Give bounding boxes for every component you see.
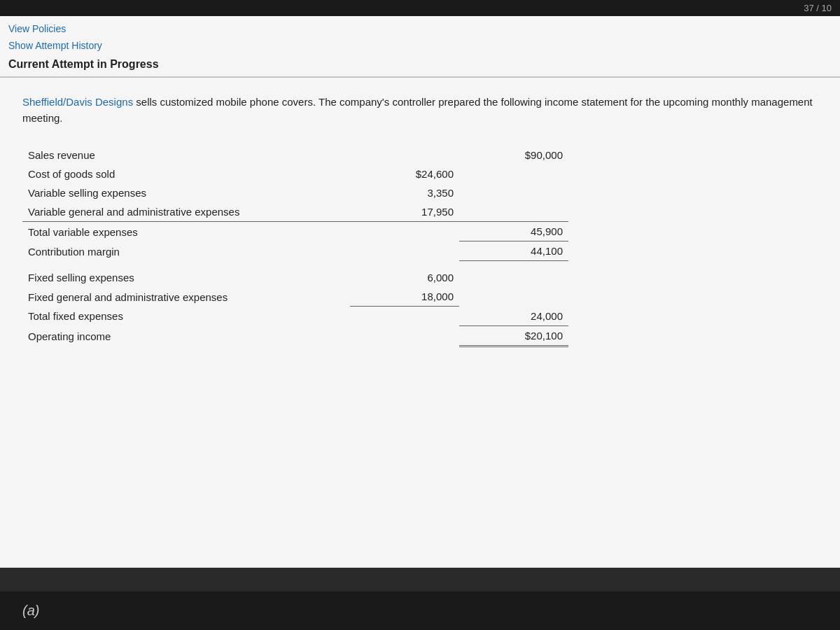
score-display: 37 / 10 (804, 3, 832, 13)
bottom-section: (a) (0, 592, 840, 630)
table-row: Cost of goods sold $24,600 (22, 164, 568, 183)
description-text: sells customized mobile phone covers. Th… (22, 96, 813, 124)
table-row: Sales revenue $90,000 (22, 146, 568, 164)
row-label: Fixed general and administrative expense… (22, 287, 350, 307)
row-col3: $20,100 (459, 326, 568, 346)
row-col2 (350, 307, 459, 326)
row-col3 (459, 202, 568, 222)
row-col3 (459, 287, 568, 307)
row-col3 (459, 183, 568, 202)
table-row: Variable general and administrative expe… (22, 202, 568, 222)
table-row: Fixed selling expenses 6,000 (22, 268, 568, 287)
row-col2: 3,350 (350, 183, 459, 202)
row-col2: 6,000 (350, 268, 459, 287)
row-col2 (350, 146, 459, 164)
spacer-row (22, 261, 568, 269)
row-col2: $24,600 (350, 164, 459, 183)
main-content: Sheffield/Davis Designs sells customized… (0, 78, 840, 568)
row-col2 (350, 326, 459, 346)
problem-description: Sheffield/Davis Designs sells customized… (22, 94, 818, 126)
row-col2 (350, 222, 459, 241)
row-label: Total fixed expenses (22, 307, 350, 326)
row-col3 (459, 164, 568, 183)
company-name: Sheffield/Davis Designs (22, 96, 133, 108)
row-col3: $90,000 (459, 146, 568, 164)
row-col3: 45,900 (459, 222, 568, 241)
row-label: Operating income (22, 326, 350, 346)
row-col3: 24,000 (459, 307, 568, 326)
nav-links-container: View Policies Show Attempt History Curre… (0, 16, 840, 77)
current-attempt-label: Current Attempt in Progress (8, 54, 832, 76)
table-row: Fixed general and administrative expense… (22, 287, 568, 307)
show-attempt-history-link[interactable]: Show Attempt History (8, 37, 832, 54)
row-label: Fixed selling expenses (22, 268, 350, 287)
row-label: Cost of goods sold (22, 164, 350, 183)
table-row: Total variable expenses 45,900 (22, 222, 568, 241)
row-label: Variable general and administrative expe… (22, 202, 350, 222)
view-policies-link[interactable]: View Policies (8, 20, 832, 37)
row-col2 (350, 241, 459, 261)
table-row: Variable selling expenses 3,350 (22, 183, 568, 202)
row-label: Contribution margin (22, 241, 350, 261)
row-col2: 18,000 (350, 287, 459, 307)
row-label: Total variable expenses (22, 222, 350, 241)
row-label: Sales revenue (22, 146, 350, 164)
row-label: Variable selling expenses (22, 183, 350, 202)
income-statement-table: Sales revenue $90,000 Cost of goods sold… (22, 146, 568, 347)
table-row: Contribution margin 44,100 (22, 241, 568, 261)
top-bar: 37 / 10 (0, 0, 840, 16)
table-row: Operating income $20,100 (22, 326, 568, 346)
row-col2: 17,950 (350, 202, 459, 222)
table-row: Total fixed expenses 24,000 (22, 307, 568, 326)
row-col3 (459, 268, 568, 287)
row-col3: 44,100 (459, 241, 568, 261)
part-label: (a) (22, 603, 39, 618)
